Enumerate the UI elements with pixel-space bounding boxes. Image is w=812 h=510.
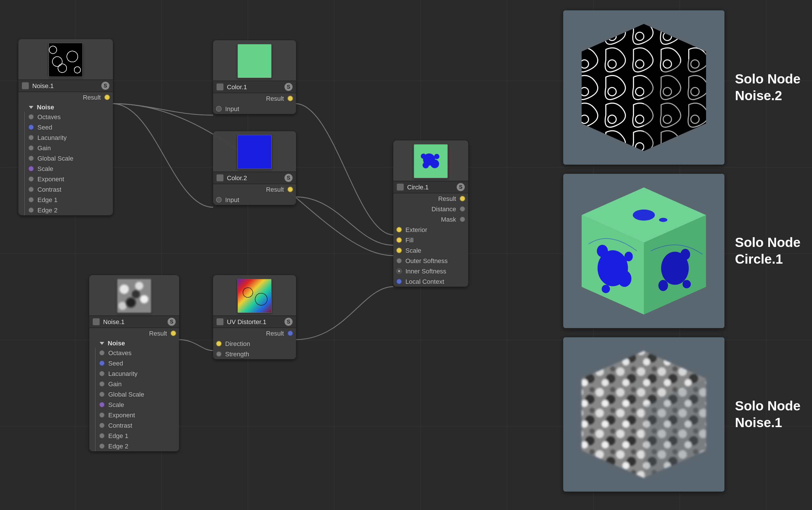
output-row[interactable]: Result [393,193,468,204]
input-port[interactable] [28,186,34,192]
input-port[interactable] [28,207,34,213]
node-titlebar[interactable]: Noise.1 S [19,80,113,92]
input-port[interactable] [99,381,105,387]
node-circle-1[interactable]: Circle.1 S ResultDistanceMask ExteriorFi… [393,141,468,287]
input-port[interactable] [99,422,105,428]
solo-badge[interactable]: S [457,183,465,191]
input-port[interactable] [396,279,402,284]
output-row[interactable]: Distance [393,204,468,214]
node-titlebar[interactable]: UV Distorter.1 S [213,316,296,328]
input-row-strength[interactable]: Strength [213,349,296,359]
param-row[interactable]: Contrast [19,184,113,194]
input-port[interactable] [99,360,105,366]
input-port[interactable] [99,350,105,356]
node-graph-canvas[interactable]: Noise.1 S Result Noise OctavesSeedLacuna… [0,0,812,510]
input-row[interactable]: Exterior [393,224,468,235]
input-row[interactable]: Scale [393,245,468,256]
input-row[interactable]: Local Context [393,276,468,287]
input-port[interactable] [28,124,34,130]
output-row[interactable]: Mask [393,214,468,224]
solo-badge[interactable]: S [168,318,176,326]
output-row-result[interactable]: Result [89,328,179,338]
node-titlebar[interactable]: Noise.1 S [89,316,179,328]
output-port[interactable] [171,330,176,336]
input-port[interactable] [216,341,222,347]
svg-point-16 [659,280,668,291]
input-port[interactable] [216,197,222,203]
input-port[interactable] [99,412,105,418]
param-row[interactable]: Scale [89,399,179,410]
param-row[interactable]: Exponent [89,410,179,420]
input-port[interactable] [28,176,34,182]
node-titlebar[interactable]: Color.1 S [213,81,296,93]
output-port[interactable] [104,94,110,100]
output-row-result[interactable]: Result [19,92,113,102]
input-port[interactable] [99,391,105,397]
param-group-toggle[interactable]: Noise [19,102,113,112]
input-port[interactable] [28,197,34,203]
output-port[interactable] [460,206,465,212]
input-row-direction[interactable]: Direction [213,338,296,349]
param-row[interactable]: Edge 1 [19,194,113,205]
input-row[interactable]: Inner Softness [393,266,468,276]
input-port[interactable] [99,433,105,439]
input-port[interactable] [28,145,34,151]
input-port[interactable] [28,114,34,120]
param-row[interactable]: Octaves [19,112,113,122]
param-row[interactable]: Seed [19,122,113,132]
input-port[interactable] [99,371,105,377]
input-port[interactable] [216,106,222,112]
param-row[interactable]: Scale [19,163,113,174]
node-uv-distorter-1[interactable]: UV Distorter.1 S Result Direction Streng… [213,275,296,359]
param-row[interactable]: Exponent [19,174,113,184]
output-port[interactable] [287,186,293,192]
node-title: Color.2 [227,174,281,181]
param-group-toggle[interactable]: Noise [89,338,179,348]
solo-badge[interactable]: S [285,174,293,182]
solo-badge[interactable]: S [285,318,293,326]
param-row[interactable]: Lacunarity [89,368,179,379]
param-row[interactable]: Lacunarity [19,132,113,143]
param-row[interactable]: Edge 2 [19,205,113,215]
input-port[interactable] [28,155,34,161]
node-noise-1-b[interactable]: Noise.1 S Result Noise OctavesSeedLacuna… [89,275,179,451]
output-row-result[interactable]: Result [213,93,296,103]
output-row-result[interactable]: Result [213,328,296,338]
param-row[interactable]: Edge 2 [89,441,179,451]
input-row[interactable]: Fill [393,235,468,245]
input-port[interactable] [396,237,402,243]
param-row[interactable]: Gain [19,143,113,153]
node-color-1[interactable]: Color.1 S Result Input [213,40,296,114]
node-noise-1[interactable]: Noise.1 S Result Noise OctavesSeedLacuna… [19,39,113,215]
output-port[interactable] [287,95,293,101]
param-row[interactable]: Octaves [89,348,179,358]
output-port[interactable] [460,216,465,222]
param-row[interactable]: Global Scale [19,153,113,163]
input-port[interactable] [28,166,34,172]
input-port[interactable] [99,443,105,449]
input-row-input[interactable]: Input [213,103,296,114]
input-row-input[interactable]: Input [213,194,296,205]
solo-badge[interactable]: S [285,83,293,91]
param-row[interactable]: Contrast [89,420,179,430]
output-row-result[interactable]: Result [213,184,296,194]
input-row[interactable]: Outer Softness [393,256,468,266]
input-port[interactable] [216,351,222,357]
solo-badge[interactable]: S [102,82,109,90]
param-row[interactable]: Seed [89,358,179,368]
input-port[interactable] [396,258,402,264]
node-color-2[interactable]: Color.2 S Result Input [213,131,296,205]
param-row[interactable]: Global Scale [89,389,179,399]
param-row[interactable]: Gain [89,379,179,389]
node-titlebar[interactable]: Color.2 S [213,172,296,184]
input-port[interactable] [396,247,402,253]
node-titlebar[interactable]: Circle.1 S [393,181,468,193]
output-port[interactable] [287,330,293,336]
output-port[interactable] [460,196,465,202]
param-row[interactable]: Edge 1 [89,430,179,441]
input-port[interactable] [28,135,34,141]
input-port[interactable] [396,227,402,233]
noise-cloud-thumb [117,279,151,313]
input-port[interactable] [396,268,402,274]
input-port[interactable] [99,402,105,408]
